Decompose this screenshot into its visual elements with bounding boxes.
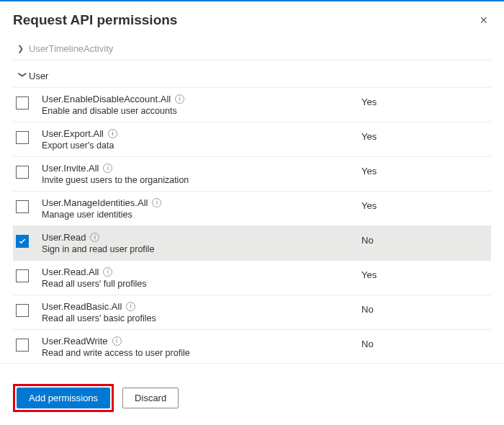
permission-row: User.Export.AlliExport user's dataYes [13,122,491,157]
close-icon[interactable]: ✕ [477,12,491,29]
admin-consent-value: No [361,336,491,349]
permission-checkbox[interactable] [16,269,29,282]
permission-name: User.Export.Alli [42,128,348,139]
permission-description: Manage user identities [42,210,348,220]
section-label: UserTimelineActivity [29,43,113,54]
add-permissions-button[interactable]: Add permissions [17,388,110,408]
permission-name: User.ReadBasic.Alli [42,301,348,312]
permission-row: User.EnableDisableAccount.AlliEnable and… [13,88,491,122]
admin-consent-value: No [361,232,491,246]
admin-consent-value: Yes [361,267,491,280]
permission-row: User.Invite.AlliInvite guest users to th… [13,157,491,192]
info-icon[interactable]: i [126,302,135,311]
permission-checkbox[interactable] [16,339,29,352]
permission-checkbox[interactable] [16,166,29,179]
permission-description: Export user's data [42,140,348,151]
discard-button[interactable]: Discard [122,388,179,408]
info-icon[interactable]: i [103,267,112,277]
permission-name: User.Readi [42,232,348,243]
permission-name: User.Invite.Alli [42,163,348,174]
permission-checkbox[interactable] [16,235,29,248]
info-icon[interactable]: i [108,129,117,138]
chevron-right-icon: ❯ [17,44,27,53]
permission-name: User.Read.Alli [42,267,348,277]
panel-header: Request API permissions ✕ [0,1,504,37]
chevron-down-icon: ❯ [18,71,27,81]
section-user[interactable]: ❯ User [13,65,491,88]
admin-consent-value: Yes [361,197,491,211]
permission-description: Sign in and read user profile [42,244,348,254]
permission-checkbox[interactable] [16,97,29,109]
info-icon[interactable]: i [103,164,112,173]
permission-checkbox[interactable] [16,131,29,144]
info-icon[interactable]: i [90,233,99,242]
permission-checkbox[interactable] [16,304,29,317]
permission-row: User.ManageIdentities.AlliManage user id… [13,192,491,226]
permission-list: User.EnableDisableAccount.AlliEnable and… [13,88,491,363]
permission-row: User.ReadWriteiRead and write access to … [13,330,491,363]
permission-description: Enable and disable user accounts [42,106,348,116]
permission-description: Read and write access to user profile [42,348,348,358]
permission-description: Read all users' full profiles [42,279,348,289]
panel-title: Request API permissions [13,12,177,28]
info-icon[interactable]: i [112,336,122,346]
permission-description: Invite guest users to the organization [42,175,348,185]
info-icon[interactable]: i [175,94,184,104]
info-icon[interactable]: i [152,198,161,207]
permission-name: User.EnableDisableAccount.Alli [42,94,348,104]
permission-name: User.ReadWritei [42,336,348,346]
section-usertimelineactivity[interactable]: ❯ UserTimelineActivity [13,37,491,61]
admin-consent-value: No [361,301,491,315]
content-area: ❯ UserTimelineActivity ❯ User User.Enabl… [0,37,504,363]
permission-row: User.ReadBasic.AlliRead all users' basic… [13,295,491,330]
admin-consent-value: Yes [361,128,491,142]
permission-description: Read all users' basic profiles [42,313,348,323]
admin-consent-value: Yes [361,94,491,107]
permission-checkbox[interactable] [16,200,29,213]
permission-name: User.ManageIdentities.Alli [42,197,348,208]
admin-consent-value: Yes [361,163,491,176]
permission-row: User.ReadiSign in and read user profileN… [13,226,491,261]
section-label: User [29,71,48,81]
permission-row: User.Read.AlliRead all users' full profi… [13,261,491,295]
highlight-box: Add permissions [13,384,114,412]
footer: Add permissions Discard [0,363,504,425]
